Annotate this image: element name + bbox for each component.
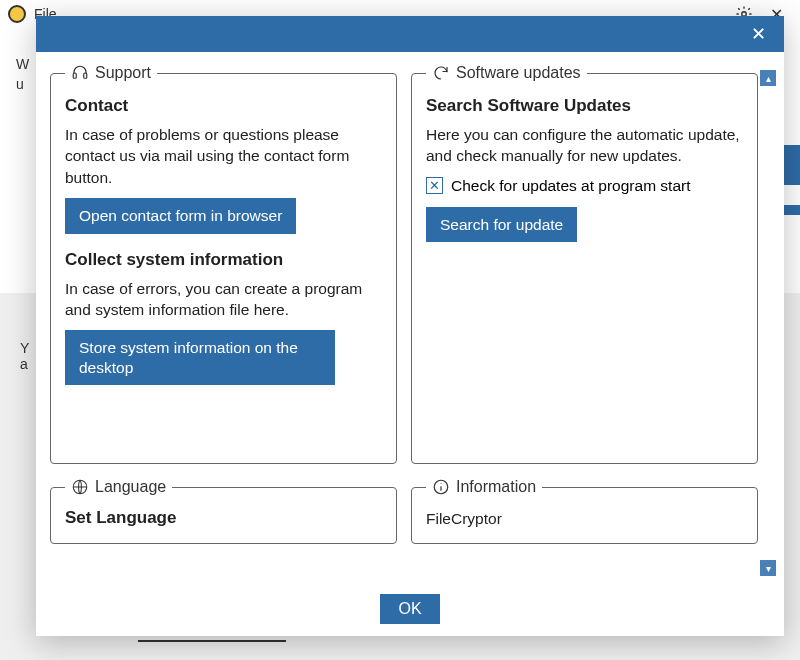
updates-legend: Software updates xyxy=(426,64,587,82)
contact-heading: Contact xyxy=(65,96,382,116)
information-group: Information FileCryptor xyxy=(411,478,758,544)
bg-left-text: Ya xyxy=(20,340,29,372)
bg-underline xyxy=(138,640,286,642)
bg-side-button-2[interactable] xyxy=(784,205,800,215)
search-for-update-button[interactable]: Search for update xyxy=(426,207,577,242)
bg-text: Wu xyxy=(16,55,29,94)
check-updates-checkbox[interactable]: ✕ xyxy=(426,177,443,194)
bg-side-button-1[interactable] xyxy=(784,145,800,185)
support-group: Support Contact In case of problems or q… xyxy=(50,64,397,464)
scroll-up-icon[interactable]: ▴ xyxy=(760,70,776,86)
dialog-body: ▴ ▾ Support Contact In case of problems … xyxy=(36,52,784,582)
contact-text: In case of problems or questions please … xyxy=(65,124,382,188)
set-language-heading: Set Language xyxy=(65,508,382,528)
app-logo-icon xyxy=(8,5,26,23)
open-contact-form-button[interactable]: Open contact form in browser xyxy=(65,198,296,233)
scroll-down-icon[interactable]: ▾ xyxy=(760,560,776,576)
svg-rect-2 xyxy=(84,73,87,78)
app-name: FileCryptor xyxy=(426,508,743,529)
updates-heading: Search Software Updates xyxy=(426,96,743,116)
collect-heading: Collect system information xyxy=(65,250,382,270)
ok-button[interactable]: OK xyxy=(380,594,439,624)
refresh-icon xyxy=(432,64,450,82)
dialog-scrollbar[interactable]: ▴ ▾ xyxy=(760,70,776,576)
updates-group: Software updates Search Software Updates… xyxy=(411,64,758,464)
dialog-title-bar: ✕ xyxy=(36,16,784,52)
updates-text: Here you can configure the automatic upd… xyxy=(426,124,743,167)
store-system-info-button[interactable]: Store system information on the desktop xyxy=(65,330,335,385)
svg-rect-1 xyxy=(73,73,76,78)
headset-icon xyxy=(71,64,89,82)
information-legend: Information xyxy=(426,478,542,496)
language-group: Language Set Language xyxy=(50,478,397,544)
settings-dialog: ✕ ▴ ▾ Support Contact In case of problem… xyxy=(36,16,784,636)
check-updates-label: Check for updates at program start xyxy=(451,177,691,195)
check-updates-row: ✕ Check for updates at program start xyxy=(426,177,743,195)
support-legend: Support xyxy=(65,64,157,82)
collect-text: In case of errors, you can create a prog… xyxy=(65,278,382,321)
info-icon xyxy=(432,478,450,496)
dialog-footer: OK xyxy=(36,582,784,636)
globe-icon xyxy=(71,478,89,496)
dialog-close-icon[interactable]: ✕ xyxy=(740,16,776,52)
language-legend: Language xyxy=(65,478,172,496)
